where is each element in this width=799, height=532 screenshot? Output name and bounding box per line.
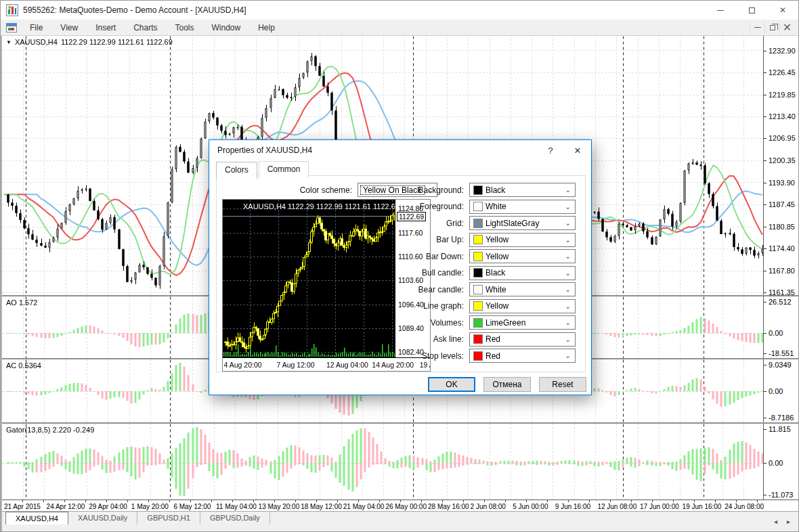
chevron-down-icon: ⌄ <box>565 236 571 244</box>
color-value: Red <box>483 351 563 361</box>
dialog-title-bar: Properties of XAUUSD,H4 ? ✕ <box>209 140 591 160</box>
color-property-row: Ask line: Red ⌄ <box>403 332 576 347</box>
chart-ohlc: 1122.29 1122.99 1121.61 1122.69 <box>61 38 173 46</box>
axis-label: -8.7186 <box>769 414 794 422</box>
chart-tab[interactable]: GBPUSD,Daily <box>200 512 270 525</box>
color-select[interactable]: White ⌄ <box>469 200 576 214</box>
menu-bar: FileViewInsertChartsToolsWindowHelp ✕ <box>1 20 798 36</box>
menu-item[interactable]: File <box>21 20 51 36</box>
axis-label: 1232.90 <box>769 47 796 55</box>
axis-label: 0.00 <box>769 329 783 337</box>
menu-item[interactable]: View <box>51 20 87 36</box>
axis-label: 1219.85 <box>769 91 796 99</box>
maximize-icon[interactable] <box>736 1 767 20</box>
axis-label: 1226.45 <box>769 68 796 76</box>
time-axis-label: 2 Jun 08:00 <box>471 503 506 510</box>
menu-item[interactable]: Insert <box>87 20 125 36</box>
gator-axis: 11.8150.00-11.073 <box>763 424 798 500</box>
menu-item[interactable]: Window <box>203 20 250 36</box>
color-property-label: Ask line: <box>403 334 464 344</box>
color-value: Red <box>483 334 563 344</box>
time-axis-label: 11 May 04:00 <box>216 503 257 510</box>
tab-common[interactable]: Common <box>259 161 309 178</box>
time-axis-label: 28 May 16:00 <box>428 503 469 510</box>
symbol-dropdown-icon[interactable]: ▼ <box>6 39 12 45</box>
ac-indicator-label: AC 0.5364 <box>6 361 41 370</box>
color-swatch <box>473 351 483 361</box>
color-select[interactable]: Red ⌄ <box>469 349 576 363</box>
color-select[interactable]: Yellow ⌄ <box>469 233 576 247</box>
properties-dialog: Properties of XAUUSD,H4 ? ✕ Colors Commo… <box>209 139 592 395</box>
chart-tab[interactable]: GBPUSD,H1 <box>137 512 200 525</box>
child-restore-icon[interactable] <box>764 22 779 34</box>
preview-time-label: 12 Aug 04:00 <box>326 361 368 369</box>
help-icon[interactable]: ? <box>537 140 564 160</box>
axis-label: -18.551 <box>769 349 794 357</box>
tab-scroll-right-icon[interactable]: ▸ <box>787 518 790 525</box>
color-select[interactable]: White ⌄ <box>469 282 576 296</box>
chevron-down-icon: ⌄ <box>565 303 571 310</box>
gator-indicator-canvas[interactable] <box>2 424 764 500</box>
chevron-down-icon: ⌄ <box>565 286 571 293</box>
time-axis-label: 5 Jun 00:00 <box>513 503 548 510</box>
axis-label: 1167.80 <box>769 267 795 275</box>
chart-tab[interactable]: XAUUSD,H4 <box>5 512 68 525</box>
color-swatch <box>473 285 483 294</box>
color-value: Black <box>483 268 563 278</box>
chart-tab[interactable]: XAUUSD,Daily <box>68 512 137 525</box>
axis-label: 1193.90 <box>769 179 795 187</box>
preview-time-label: 7 Aug 12:00 <box>277 361 315 369</box>
tab-colors[interactable]: Colors <box>216 162 257 179</box>
color-value: Yellow <box>483 301 563 311</box>
chevron-down-icon: ⌄ <box>565 269 571 277</box>
title-bar: 5955262: MetaQuotes-Demo - Demo Account … <box>1 1 798 20</box>
child-minimize-icon[interactable] <box>750 22 764 34</box>
app-icon <box>6 4 18 16</box>
menu-item[interactable]: Help <box>249 20 284 36</box>
dialog-close-icon[interactable]: ✕ <box>564 140 591 160</box>
price-axis: 1232.901226.451219.851213.401206.951200.… <box>763 36 798 295</box>
color-select[interactable]: Yellow ⌄ <box>469 299 576 313</box>
color-select[interactable]: LightSlateGray ⌄ <box>469 216 576 230</box>
color-select[interactable]: Black ⌄ <box>469 266 576 280</box>
color-property-row: Bull candle: Black ⌄ <box>403 266 576 280</box>
menu-item[interactable]: Charts <box>125 20 166 36</box>
chart-window-icon <box>6 23 17 32</box>
axis-label: 1187.45 <box>769 200 795 208</box>
menu-item[interactable]: Tools <box>167 20 203 36</box>
tab-scroll-left-icon[interactable]: ◂ <box>774 518 777 525</box>
dialog-buttons: OK Отмена Reset <box>428 377 586 392</box>
color-select[interactable]: Black ⌄ <box>469 183 576 197</box>
child-close-icon[interactable]: ✕ <box>779 22 794 34</box>
time-axis-label: 6 May 12:00 <box>173 503 211 510</box>
ok-button[interactable]: OK <box>428 377 475 392</box>
reset-button[interactable]: Reset <box>539 377 586 392</box>
close-icon[interactable]: ✕ <box>767 1 798 20</box>
axis-label: 26.512 <box>769 298 792 306</box>
preview-time-axis: 4 Aug 20:007 Aug 12:0012 Aug 04:0014 Aug… <box>223 357 430 371</box>
axis-label: 1206.95 <box>769 134 796 142</box>
window-title: 5955262: MetaQuotes-Demo - Demo Account … <box>23 5 246 15</box>
child-window-controls: ✕ <box>750 22 798 34</box>
color-select[interactable]: LimeGreen ⌄ <box>469 315 576 330</box>
color-value: White <box>483 285 563 294</box>
color-select[interactable]: Yellow ⌄ <box>469 249 576 263</box>
color-property-label: Background: <box>403 185 464 195</box>
dialog-tabs: Colors Common <box>216 160 591 177</box>
color-property-row: Volumes: LimeGreen ⌄ <box>403 315 576 330</box>
color-swatch <box>473 334 483 344</box>
cancel-button[interactable]: Отмена <box>483 377 531 392</box>
axis-label: 1200.35 <box>769 156 796 164</box>
chevron-down-icon: ⌄ <box>565 219 571 227</box>
color-property-row: Bar Up: Yellow ⌄ <box>403 233 576 247</box>
color-select[interactable]: Red ⌄ <box>469 332 576 347</box>
dialog-title: Properties of XAUUSD,H4 <box>217 146 312 155</box>
color-swatch <box>473 202 483 211</box>
time-axis-label: 26 May 00:00 <box>385 503 427 510</box>
minimize-icon[interactable] <box>705 1 736 20</box>
color-property-label: Bar Up: <box>403 235 464 244</box>
chevron-down-icon: ⌄ <box>565 186 571 194</box>
ao-indicator-label: AO 1.572 <box>6 298 37 307</box>
axis-label: 1180.85 <box>769 223 795 231</box>
chart-preview-canvas <box>223 200 395 357</box>
